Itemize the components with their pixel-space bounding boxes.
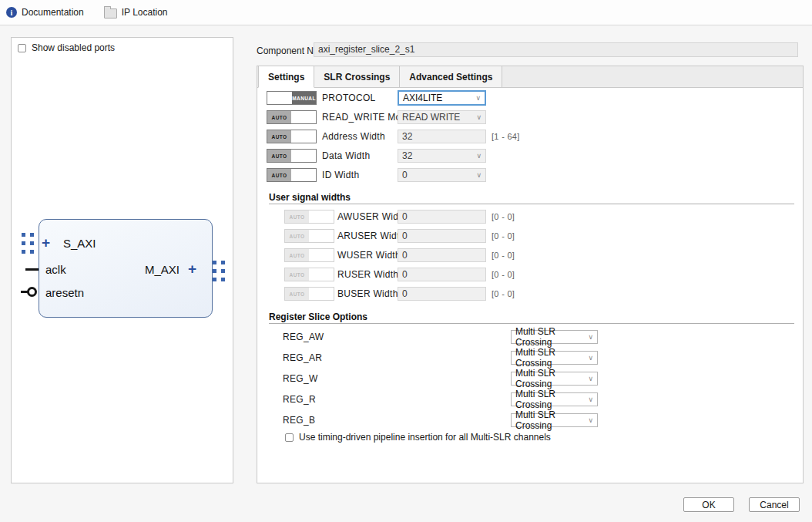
interface-connector-icon [22,233,34,254]
reg-r-row: REG_R Multi SLR Crossing [257,392,803,406]
port-m-axi: M_AXI [145,263,180,276]
reg-aw-label: REG_AW [283,332,324,342]
user-signal-widths-title: User signal widths [269,192,351,203]
awuser-width-row: AUTO AWUSER Width 0 [0 - 0] [257,210,803,224]
reg-w-label: REG_W [283,373,318,384]
settings-panel: Settings SLR Crossings Advanced Settings… [257,66,804,483]
reg-r-select[interactable]: Multi SLR Crossing [511,392,598,406]
ruser-width-row: AUTO RUSER Width 0 [0 - 0] [257,268,803,281]
tab-advanced-settings[interactable]: Advanced Settings [400,66,502,88]
reg-aw-row: REG_AW Multi SLR Crossing [257,330,803,344]
address-width-row: AUTO Address Width 32 [1 - 64] [257,130,803,143]
reg-b-row: REG_B Multi SLR Crossing [257,413,803,427]
timing-driven-pipeline-checkbox[interactable] [285,433,294,442]
read-write-mode-select: READ WRITE [398,110,486,124]
timing-driven-pipeline-label: Use timing-driven pipeline insertion for… [299,432,551,443]
chevron-down-icon [475,95,481,102]
ok-button[interactable]: OK [683,497,734,512]
chevron-down-icon [476,172,481,179]
show-disabled-ports-label: Show disabled ports [32,42,115,53]
ruser-width-label: RUSER Width [337,269,398,280]
block-design-panel: Show disabled ports + S_AXI aclk aresetn… [11,37,233,483]
show-disabled-ports-row: Show disabled ports [18,42,115,53]
data-width-toggle[interactable]: AUTO [267,149,317,163]
documentation-label: Documentation [22,7,84,18]
address-width-label: Address Width [322,131,385,142]
port-aresetn: aresetn [45,286,84,299]
buser-width-input: 0 [398,287,486,301]
reg-aw-select[interactable]: Multi SLR Crossing [511,330,598,344]
port-s-axi: S_AXI [63,237,96,250]
chevron-down-icon [588,417,593,424]
wuser-width-input: 0 [398,248,486,262]
ip-location-button[interactable]: IP Location [104,7,168,19]
protocol-auto-manual-toggle[interactable]: MANUAL [267,91,317,105]
address-width-range: [1 - 64] [492,132,520,141]
chevron-down-icon [588,355,593,362]
read-write-mode-row: AUTO READ_WRITE Mode READ WRITE [257,110,803,124]
data-width-label: Data Width [322,150,370,161]
documentation-button[interactable]: Documentation [6,7,84,18]
data-width-row: AUTO Data Width 32 [257,149,803,163]
wuser-width-toggle: AUTO [284,248,334,262]
id-width-row: AUTO ID Width 0 [257,168,803,182]
timing-driven-pipeline-row: Use timing-driven pipeline insertion for… [285,432,551,443]
ip-customization-dialog: Documentation IP Location Show disabled … [0,0,812,522]
aruser-width-label: ARUSER Width [337,231,405,241]
ruser-width-range: [0 - 0] [492,270,515,279]
ruser-width-input: 0 [398,268,486,281]
expand-plus-icon[interactable]: + [42,235,50,250]
buser-width-range: [0 - 0] [492,289,515,298]
aruser-width-input: 0 [398,229,486,243]
wuser-width-row: AUTO WUSER Width 0 [0 - 0] [257,248,803,262]
awuser-width-label: AWUSER Width [337,211,407,222]
section-divider [269,204,794,204]
chevron-down-icon [588,334,593,341]
protocol-label: PROTOCOL [322,93,376,103]
protocol-select[interactable]: AXI4LITE [398,90,486,106]
aruser-width-range: [0 - 0] [492,231,515,241]
read-write-mode-toggle[interactable]: AUTO [267,110,317,124]
reg-b-select[interactable]: Multi SLR Crossing [511,413,598,427]
wuser-width-label: WUSER Width [337,250,401,261]
cancel-button[interactable]: Cancel [749,497,800,512]
chevron-down-icon [476,153,481,160]
address-width-input: 32 [398,130,486,143]
buser-width-row: AUTO BUSER Width 0 [0 - 0] [257,287,803,301]
component-name-field[interactable]: axi_register_slice_2_s1 [314,42,798,57]
ruser-width-toggle: AUTO [284,268,334,281]
tab-slr-crossings[interactable]: SLR Crossings [314,66,400,88]
reg-b-label: REG_B [283,415,315,426]
tab-bar: Settings SLR Crossings Advanced Settings [257,66,803,88]
reg-ar-select[interactable]: Multi SLR Crossing [511,351,598,365]
buser-width-toggle: AUTO [284,287,334,301]
id-width-toggle[interactable]: AUTO [267,168,317,182]
info-icon [6,7,17,18]
aruser-width-toggle: AUTO [284,229,334,243]
awuser-width-input: 0 [398,210,486,224]
show-disabled-ports-checkbox[interactable] [18,44,26,52]
port-aclk: aclk [45,263,66,276]
toolbar: Documentation IP Location [0,0,812,25]
register-slice-options-title: Register Slice Options [269,312,367,322]
reset-ring-icon [27,287,37,297]
reg-w-select[interactable]: Multi SLR Crossing [511,372,598,386]
reg-w-row: REG_W Multi SLR Crossing [257,372,803,386]
section-divider [269,323,794,324]
tab-settings[interactable]: Settings [258,66,314,88]
folder-icon [104,8,117,19]
buser-width-label: BUSER Width [337,288,398,299]
data-width-select: 32 [398,149,486,163]
id-width-select: 0 [398,168,486,182]
reg-ar-row: REG_AR Multi SLR Crossing [257,351,803,365]
wuser-width-range: [0 - 0] [492,251,515,260]
id-width-label: ID Width [322,170,359,180]
reg-r-label: REG_R [283,394,316,405]
clock-pin-icon [25,268,39,271]
address-width-toggle[interactable]: AUTO [267,130,317,143]
aruser-width-row: AUTO ARUSER Width 0 [0 - 0] [257,229,803,243]
awuser-width-range: [0 - 0] [492,212,515,221]
expand-plus-icon[interactable]: + [188,261,196,276]
protocol-row: MANUAL PROTOCOL AXI4LITE [257,91,803,105]
chevron-down-icon [476,114,481,121]
